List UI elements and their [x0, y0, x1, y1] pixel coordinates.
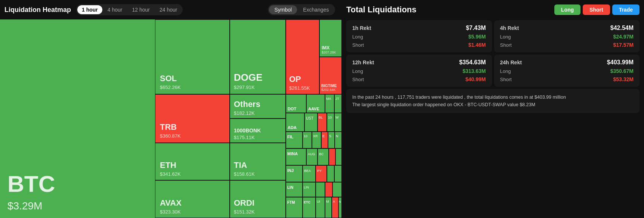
filter-btn-group: Symbol Exchanges — [268, 4, 335, 15]
eth-block[interactable]: ETH $341.62K — [155, 143, 230, 180]
dot-block[interactable]: DOT — [286, 94, 306, 113]
stat-card-12h: 12h Rekt $354.63M Long $313.63M Short $4… — [346, 55, 492, 87]
rekt-1h-total: $7.43M — [466, 25, 486, 31]
sm3-block[interactable] — [316, 182, 325, 197]
rekt-4h-long-row: Long $24.97M — [500, 34, 634, 40]
ma-block[interactable]: MA — [325, 94, 334, 113]
imx-value: $207.28K — [322, 50, 340, 54]
heatmap-title: Liquidation Heatmap — [4, 6, 71, 14]
sm5-block[interactable] — [332, 182, 342, 197]
rekt-1h-short-value: $1.46M — [468, 42, 486, 48]
stat-card-1h: 1h Rekt $7.43M Long $5.96M Short $1.46M — [346, 20, 492, 52]
ten-block[interactable]: 10 — [327, 113, 334, 132]
time-btn-group: 1 hour 4 hour 12 hour 24 hour — [76, 4, 183, 15]
ftm-symbol: FTM — [287, 200, 295, 205]
w-symbol: W — [335, 115, 340, 120]
w-block[interactable]: W — [334, 113, 342, 132]
op-symbol: OP — [289, 74, 316, 84]
trb-block[interactable]: TRB $360.87K — [155, 94, 230, 143]
others-symbol: Others — [234, 99, 282, 109]
info-line1: In the past 24 hours , 117,751 traders w… — [352, 93, 634, 101]
fil-block[interactable]: FIL — [286, 132, 303, 148]
ada-block[interactable]: ADA — [286, 113, 304, 132]
etc-block[interactable]: ETC — [303, 197, 316, 218]
jt-block[interactable]: JT — [334, 94, 342, 113]
op-block[interactable]: OP $261.55K — [286, 19, 319, 94]
e-block[interactable]: E — [321, 132, 328, 148]
treemap-container: BTC $3.29M SOL $652.26K DOGE $297.91K OP… — [0, 19, 342, 218]
time-btn-24h[interactable]: 24 hour — [155, 5, 182, 14]
rekt-4h-total: $42.54M — [610, 25, 634, 31]
filter-btn-exchanges[interactable]: Exchanges — [298, 5, 334, 14]
s-block[interactable]: S — [328, 132, 335, 148]
sm1-block[interactable] — [327, 165, 334, 182]
sm9-block[interactable]: N — [338, 197, 342, 218]
ust-symbol: UST — [306, 116, 313, 120]
rekt-1h-long-value: $5.96M — [468, 34, 486, 40]
rekt-24h-long-label: Long — [500, 68, 511, 74]
btc-block[interactable]: BTC $3.29M — [0, 19, 155, 218]
btc-value: $3.29M — [7, 200, 148, 212]
bonk-value: $175.11K — [234, 135, 282, 140]
inj-block[interactable]: INJ — [286, 165, 303, 182]
avax-block[interactable]: AVAX $323.30K — [155, 180, 230, 218]
tia-block[interactable]: TIA $158.61K — [230, 143, 286, 180]
aug-block[interactable]: AUG — [306, 148, 318, 165]
lin2-block[interactable]: LIN — [303, 182, 316, 197]
bonk-symbol: 1000BONK — [234, 128, 282, 133]
time-btn-4h[interactable]: 4 hour — [103, 5, 127, 14]
bigtime-block[interactable]: BIGTIME $202.64K — [319, 57, 342, 94]
rekt-1h-long-row: Long $5.96M — [352, 34, 486, 40]
doge-value: $297.91K — [234, 85, 282, 90]
bigtime-symbol: BIGTIME — [321, 84, 340, 88]
f-ten-block[interactable]: 10 — [303, 132, 312, 148]
rekt-1h-long-label: Long — [352, 34, 363, 40]
time-btn-1h[interactable]: 1 hour — [77, 5, 102, 14]
rekt-1h-short-row: Short $1.46M — [352, 42, 486, 48]
bigtime-value: $202.64K — [321, 88, 340, 92]
ordi-symbol: ORDI — [234, 198, 282, 208]
ma-symbol: MA — [325, 96, 332, 101]
stat-card-24h: 24h Rekt $403.99M Long $350.67M Short $5… — [494, 55, 640, 87]
tia-value: $158.61K — [234, 171, 282, 177]
sm2-block[interactable] — [334, 165, 342, 182]
sm6-block[interactable]: UI — [316, 197, 325, 218]
ordi-block[interactable]: ORDI $151.32K — [230, 180, 286, 218]
rekt-24h-label: 24h Rekt — [500, 59, 522, 65]
treemap: BTC $3.29M SOL $652.26K DOGE $297.91K OP… — [0, 19, 342, 218]
xr-block[interactable]: XR — [312, 132, 321, 148]
ftm-block[interactable]: FTM — [286, 197, 303, 218]
ada-symbol: ADA — [288, 125, 303, 130]
n-block[interactable]: N — [335, 132, 342, 148]
bea-block[interactable]: BEA — [303, 165, 316, 182]
rekt-12h-long-row: Long $313.63M — [352, 68, 486, 74]
bonk-block[interactable]: 1000BONK $175.11K — [230, 119, 286, 143]
doge-block[interactable]: DOGE $297.91K — [230, 19, 286, 94]
time-btn-12h[interactable]: 12 hour — [128, 5, 154, 14]
py-block[interactable]: PY — [316, 165, 327, 182]
short-button[interactable]: Short — [583, 4, 610, 15]
info-card: In the past 24 hours , 117,751 traders w… — [346, 89, 640, 113]
sm4-block[interactable] — [325, 182, 332, 197]
bl-block[interactable]: BL — [318, 113, 327, 132]
jt-symbol: JT — [335, 96, 340, 101]
mina-block[interactable]: MINA — [286, 148, 306, 165]
trade-button[interactable]: Trade — [612, 4, 640, 15]
sol-block[interactable]: SOL $652.26K — [155, 19, 230, 94]
sm8-block[interactable]: A — [332, 197, 338, 218]
imx-block[interactable]: IMX $207.28K — [319, 19, 342, 57]
filter-btn-symbol[interactable]: Symbol — [269, 5, 297, 14]
long-button[interactable]: Long — [554, 4, 580, 15]
rekt-12h-short-row: Short $40.99M — [352, 76, 486, 82]
rekt-4h-label: 4h Rekt — [500, 25, 519, 31]
b3-block[interactable] — [335, 148, 342, 165]
action-btns: Long Short Trade — [554, 4, 640, 15]
ust-block[interactable]: UST — [304, 113, 318, 132]
lin-block[interactable]: LIN — [286, 182, 303, 197]
bc-block[interactable]: BC — [318, 148, 329, 165]
b2-block[interactable] — [329, 148, 335, 165]
aave-block[interactable]: AAVE — [306, 94, 325, 113]
others-block[interactable]: Others $182.12K — [230, 94, 286, 119]
heatmap-header: Liquidation Heatmap 1 hour 4 hour 12 hou… — [0, 0, 342, 19]
sm7-block[interactable]: M — [325, 197, 332, 218]
